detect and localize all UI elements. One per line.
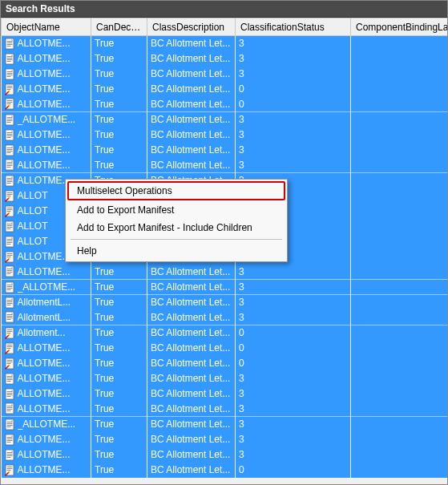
cell-componentbindinglabel bbox=[351, 280, 449, 295]
table-row[interactable]: ALLOTME...TrueBC Allotment Let...0 bbox=[2, 341, 449, 356]
table-row[interactable]: ALLOTME...TrueBC Allotment Let...3 bbox=[2, 143, 449, 158]
cell-classificationstatus: 0 bbox=[236, 341, 351, 356]
svg-rect-151 bbox=[6, 439, 12, 439]
cell-classificationstatus: 3 bbox=[236, 51, 351, 67]
svg-rect-24 bbox=[6, 100, 12, 101]
cell-classificationstatus: 0 bbox=[236, 463, 351, 478]
cell-classificationstatus: 3 bbox=[236, 158, 351, 173]
cell-objectname: ALLOTME... bbox=[18, 68, 88, 79]
cell-componentbindinglabel bbox=[351, 447, 449, 463]
table-row[interactable]: ALLOTME...TrueBC Allotment Let...0 bbox=[2, 463, 449, 478]
table-row[interactable]: _ALLOTME...TrueBC Allotment Let...3 bbox=[2, 417, 449, 432]
cell-classdescription: BC Allotment Let... bbox=[147, 36, 236, 51]
col-header-classdescription[interactable]: ClassDescription bbox=[147, 18, 236, 36]
document-red-icon bbox=[5, 190, 15, 202]
svg-rect-77 bbox=[6, 240, 12, 241]
col-header-classificationstatus[interactable]: ClassificationStatus bbox=[236, 18, 351, 36]
svg-rect-145 bbox=[6, 423, 12, 424]
cell-objectname: ALLOTME... bbox=[18, 160, 88, 171]
cell-componentbindinglabel bbox=[351, 97, 449, 112]
cell-objectname: ALLOTME... bbox=[18, 144, 88, 156]
cell-objectname: ALLOTME... bbox=[18, 266, 88, 277]
cell-classdescription: BC Allotment Let... bbox=[147, 158, 236, 173]
table-row[interactable]: ALLOTME...TrueBC Allotment Let...3 bbox=[2, 36, 449, 51]
svg-rect-25 bbox=[6, 102, 12, 103]
table-row[interactable]: ALLOTME...TrueBC Allotment Let...3 bbox=[2, 371, 449, 386]
svg-rect-105 bbox=[6, 314, 12, 315]
menu-item[interactable]: Add to Export Manifest bbox=[67, 201, 285, 219]
table-row[interactable]: AllotmentL...TrueBC Allotment Let...3 bbox=[2, 295, 449, 310]
cell-componentbindinglabel bbox=[351, 249, 449, 265]
table-row[interactable]: ALLOTME...TrueBC Allotment Let...0 bbox=[2, 82, 449, 97]
cell-objectname: ALLOTME... bbox=[18, 83, 88, 95]
svg-rect-144 bbox=[6, 422, 12, 422]
cell-objectname: ALLOTME... bbox=[18, 373, 88, 384]
panel-title: Search Results bbox=[1, 1, 447, 18]
svg-rect-115 bbox=[6, 345, 12, 346]
cell-objectname: Allotment... bbox=[18, 327, 88, 338]
cell-classificationstatus: 3 bbox=[236, 402, 351, 417]
cell-candeclare: True bbox=[91, 417, 147, 432]
svg-rect-36 bbox=[6, 132, 12, 133]
table-row[interactable]: ALLOTME...TrueBC Allotment Let...3 bbox=[2, 265, 449, 280]
cell-candeclare: True bbox=[91, 432, 147, 447]
cell-classificationstatus: 3 bbox=[236, 417, 351, 432]
svg-rect-156 bbox=[6, 452, 12, 453]
menu-item[interactable]: Add to Export Manifest - Include Childre… bbox=[67, 219, 285, 236]
svg-rect-117 bbox=[6, 348, 10, 349]
svg-rect-64 bbox=[6, 208, 12, 208]
svg-rect-96 bbox=[6, 289, 10, 290]
svg-rect-107 bbox=[6, 317, 12, 318]
svg-rect-152 bbox=[6, 440, 12, 441]
col-header-candeclare[interactable]: CanDeclare bbox=[91, 18, 147, 36]
table-row[interactable]: ALLOTME...TrueBC Allotment Let...3 bbox=[2, 67, 449, 82]
table-row[interactable]: AllotmentL...TrueBC Allotment Let...3 bbox=[2, 310, 449, 325]
col-header-componentbindinglabel[interactable]: ComponentBindingLabel bbox=[351, 18, 449, 36]
col-header-objectname[interactable]: ObjectName bbox=[2, 18, 91, 36]
svg-rect-62 bbox=[8, 196, 10, 198]
menu-item[interactable]: Help bbox=[67, 242, 285, 260]
table-row[interactable]: ALLOTME...TrueBC Allotment Let...3 bbox=[2, 447, 449, 463]
table-row[interactable]: ALLOTME...TrueBC Allotment Let...3 bbox=[2, 402, 449, 417]
table-row[interactable]: ALLOTME...TrueBC Allotment Let...3 bbox=[2, 432, 449, 447]
cell-componentbindinglabel bbox=[351, 51, 449, 67]
svg-rect-94 bbox=[6, 286, 12, 287]
cell-classdescription: BC Allotment Let... bbox=[147, 371, 236, 386]
cell-candeclare: True bbox=[91, 463, 147, 478]
table-row[interactable]: Allotment...TrueBC Allotment Let...0 bbox=[2, 325, 449, 341]
table-row[interactable]: ALLOTME...TrueBC Allotment Let...3 bbox=[2, 386, 449, 402]
cell-componentbindinglabel bbox=[351, 341, 449, 356]
svg-rect-163 bbox=[6, 470, 10, 471]
svg-rect-70 bbox=[6, 224, 12, 224]
document-red-icon bbox=[5, 342, 15, 354]
cell-objectname: ALLOTME... bbox=[18, 342, 88, 354]
table-row[interactable]: ALLOTME...TrueBC Allotment Let...3 bbox=[2, 158, 449, 173]
document-icon bbox=[5, 220, 15, 232]
table-row[interactable]: _ALLOTME...TrueBC Allotment Let...3 bbox=[2, 280, 449, 295]
cell-classdescription: BC Allotment Let... bbox=[147, 97, 236, 112]
svg-rect-118 bbox=[8, 349, 10, 350]
document-red-icon bbox=[5, 251, 15, 263]
menu-item[interactable]: Multiselect Operations bbox=[67, 181, 285, 200]
cell-componentbindinglabel bbox=[351, 67, 449, 82]
cell-candeclare: True bbox=[91, 158, 147, 173]
table-row[interactable]: ALLOTME...TrueBC Allotment Let...0 bbox=[2, 97, 449, 112]
table-row[interactable]: ALLOTME...TrueBC Allotment Let...3 bbox=[2, 51, 449, 67]
svg-rect-54 bbox=[6, 178, 12, 179]
cell-componentbindinglabel bbox=[351, 36, 449, 51]
document-red-icon bbox=[5, 205, 15, 217]
table-row[interactable]: _ALLOTME...TrueBC Allotment Let...3 bbox=[2, 112, 449, 127]
cell-classdescription: BC Allotment Let... bbox=[147, 265, 236, 280]
cell-objectname: ALLOTME... bbox=[18, 53, 88, 64]
svg-rect-83 bbox=[6, 257, 10, 257]
svg-rect-146 bbox=[6, 425, 12, 426]
table-row[interactable]: ALLOTME...TrueBC Allotment Let...3 bbox=[2, 127, 449, 143]
cell-objectname: _ALLOTME... bbox=[18, 281, 88, 293]
cell-candeclare: True bbox=[91, 112, 147, 127]
cell-classificationstatus: 3 bbox=[236, 265, 351, 280]
cell-componentbindinglabel bbox=[351, 295, 449, 310]
svg-rect-3 bbox=[6, 42, 12, 43]
cell-candeclare: True bbox=[91, 97, 147, 112]
table-row[interactable]: ALLOTME...TrueBC Allotment Let...0 bbox=[2, 356, 449, 371]
cell-classdescription: BC Allotment Let... bbox=[147, 341, 236, 356]
